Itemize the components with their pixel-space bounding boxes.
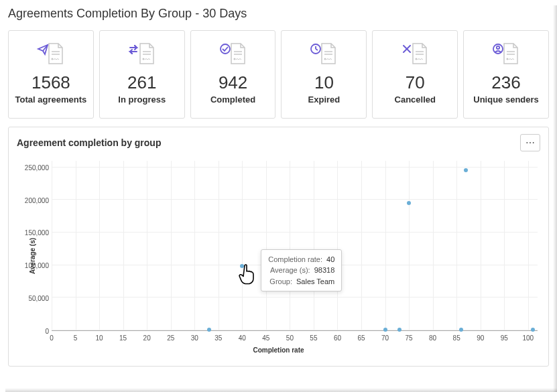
x-tick-label: 5: [74, 334, 78, 342]
gridline-vertical: [409, 161, 410, 330]
gridline-vertical: [504, 161, 505, 330]
gridline-vertical: [385, 161, 386, 330]
svg-point-10: [221, 44, 230, 54]
page-title: Agreements Completion By Group - 30 Days: [8, 7, 549, 21]
svg-point-26: [497, 46, 499, 49]
x-tick-label: 55: [310, 334, 317, 342]
gridline-vertical: [52, 161, 52, 330]
data-point[interactable]: [207, 328, 211, 332]
stat-value: 10: [286, 72, 362, 93]
x-tick-label: 75: [406, 334, 413, 342]
gridline-vertical: [337, 161, 338, 330]
chart-area: Average (s) Completion rate Completion r…: [17, 155, 540, 356]
svg-point-2: [52, 58, 53, 60]
pointer-cursor-icon: [238, 263, 258, 286]
y-tick-label: 200,000: [22, 196, 49, 204]
cancelled-icon: [377, 40, 453, 67]
stat-card-progress[interactable]: 261 In progress: [99, 30, 185, 119]
chart-more-menu[interactable]: ⋯: [520, 134, 540, 151]
stat-value: 261: [104, 72, 180, 93]
y-tick-label: 0: [22, 327, 49, 334]
x-tick-label: 50: [286, 334, 294, 342]
completed-icon: [195, 40, 271, 67]
gridline-vertical: [456, 161, 457, 330]
stat-label: Total agreements: [13, 94, 89, 106]
stat-label: Cancelled: [377, 94, 453, 106]
x-tick-label: 70: [381, 334, 389, 342]
stat-value: 1568: [13, 72, 89, 93]
gridline-vertical: [481, 161, 481, 330]
gridline-vertical: [76, 161, 76, 330]
ellipsis-icon: ⋯: [525, 137, 535, 148]
stat-value: 236: [468, 72, 544, 93]
x-tick-label: 20: [143, 334, 151, 342]
data-tooltip: Completion rate:40 Average (s):98318 Gro…: [261, 249, 342, 292]
stat-value: 942: [195, 72, 271, 93]
x-tick-label: 0: [50, 334, 54, 342]
gridline-horizontal: [52, 199, 538, 200]
gridline-vertical: [171, 161, 172, 330]
gridline-horizontal: [52, 167, 538, 168]
x-tick-label: 40: [239, 334, 246, 342]
scatter-plot[interactable]: Completion rate:40 Average (s):98318 Gro…: [52, 161, 538, 331]
stat-card-completed[interactable]: 942 Completed: [190, 30, 276, 119]
send-icon: [13, 40, 89, 67]
gridline-horizontal: [52, 297, 538, 298]
chart-panel: Agreement completion by group ⋯ Average …: [8, 127, 549, 367]
svg-line-16: [316, 49, 318, 50]
svg-point-6: [143, 58, 144, 60]
gridline-vertical: [194, 161, 195, 330]
tooltip-label: Completion rate:: [268, 255, 322, 263]
stat-label: Expired: [286, 94, 362, 106]
data-point[interactable]: [531, 328, 535, 332]
stat-label: In progress: [104, 94, 180, 106]
x-tick-label: 85: [453, 334, 460, 342]
stat-card-cancelled[interactable]: 70 Cancelled: [372, 30, 458, 119]
summary-cards-row: 1568 Total agreements 261 In progress 94…: [8, 30, 549, 119]
data-point[interactable]: [459, 328, 463, 332]
x-tick-label: 80: [429, 334, 436, 342]
y-tick-label: 150,000: [22, 229, 49, 237]
gridline-vertical: [433, 161, 434, 330]
gridline-vertical: [242, 161, 243, 330]
svg-point-24: [507, 58, 508, 60]
sender-icon: [468, 40, 544, 67]
gridline-vertical: [361, 161, 362, 330]
stat-card-send[interactable]: 1568 Total agreements: [8, 30, 94, 119]
gridline-vertical: [290, 161, 290, 330]
data-point[interactable]: [407, 201, 411, 205]
gridline-vertical: [314, 161, 314, 330]
gridline-vertical: [99, 161, 100, 330]
expired-icon: [286, 40, 362, 67]
tooltip-label: Group:: [269, 277, 292, 285]
data-point[interactable]: [464, 168, 468, 172]
tooltip-value: 40: [326, 255, 334, 263]
y-tick-label: 100,000: [22, 262, 49, 269]
tooltip-value: Sales Team: [296, 277, 334, 285]
gridline-vertical: [528, 161, 529, 330]
stat-label: Completed: [195, 94, 271, 106]
x-tick-label: 60: [334, 334, 341, 342]
x-tick-label: 30: [191, 334, 198, 342]
x-tick-label: 65: [357, 334, 365, 342]
gridline-vertical: [123, 161, 124, 330]
x-tick-label: 95: [501, 334, 508, 342]
x-tick-label: 45: [262, 334, 269, 342]
stat-card-expired[interactable]: 10 Expired: [281, 30, 367, 119]
y-tick-label: 250,000: [22, 164, 49, 171]
decorative-shadow: [5, 388, 557, 392]
x-tick-label: 15: [119, 334, 127, 342]
svg-point-13: [325, 58, 326, 60]
stat-value: 70: [377, 72, 453, 93]
x-tick-label: 35: [214, 334, 222, 342]
data-point[interactable]: [383, 328, 387, 332]
stat-card-sender[interactable]: 236 Unique senders: [463, 30, 549, 119]
data-point[interactable]: [397, 328, 401, 332]
x-tick-label: 10: [96, 334, 103, 342]
chart-title: Agreement completion by group: [17, 137, 161, 148]
tooltip-value: 98318: [314, 266, 335, 274]
tooltip-label: Average (s):: [270, 266, 310, 274]
gridline-vertical: [147, 161, 147, 330]
svg-point-19: [416, 58, 417, 60]
progress-icon: [104, 40, 180, 67]
